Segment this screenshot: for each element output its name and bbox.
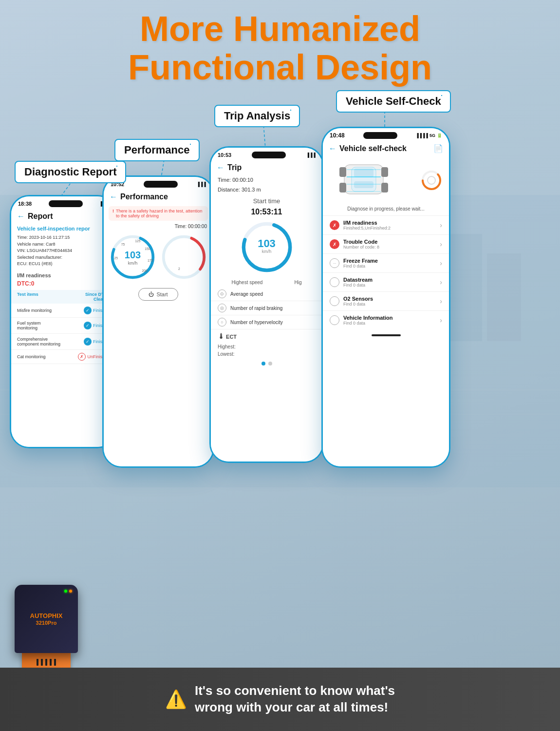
phone4-car-area <box>323 156 449 204</box>
vsc-item-trouble[interactable]: ✗ Trouble Code Number of code: 8 › <box>323 234 449 253</box>
title-line1: More Humanized <box>0 10 560 48</box>
vsc-status-gray-2 <box>330 277 339 287</box>
phone3-back-row: ← Trip <box>211 160 322 175</box>
phone3-notch-pill <box>252 152 286 158</box>
phone-trip: 10:53 ▐▐▐ ← Trip Time: 00:00:10 Distance… <box>209 146 324 463</box>
phone3-time: 10:53 <box>218 152 231 158</box>
phone-performance: 10:52 ▐▐▐ ← Performance ! There is a saf… <box>102 175 214 468</box>
phone3-lowest: Lowest: <box>211 350 322 358</box>
callout-performance: Performance <box>114 139 200 161</box>
vsc-item-o2[interactable]: O2 Sensors Find 0 data › <box>323 291 449 310</box>
phone1-report-title: Vehicle self-inspection repor <box>11 224 115 233</box>
chevron-right-icon: › <box>440 297 442 305</box>
trip-speed-gauge: 103 km/h <box>240 220 294 274</box>
vsc-item-datastream[interactable]: Datastream Find 0 data › <box>323 272 449 291</box>
phone3-time-info: Time: 00:00:10 <box>211 175 322 185</box>
vsc-item-im[interactable]: ✗ I/M readiness Finished:5,UnFinished:2 … <box>323 215 449 234</box>
dot-inactive <box>268 362 272 366</box>
phone3-speed-cols: Highest speed Hig <box>211 278 322 287</box>
phone3-page-dots <box>211 358 322 369</box>
svg-text:175: 175 <box>148 259 153 262</box>
phone1-notch: 18:38 ▐▐▐ <box>11 196 115 209</box>
chevron-right-icon: › <box>440 221 442 229</box>
chevron-right-icon: › <box>440 259 442 267</box>
svg-point-39 <box>428 176 435 184</box>
phone2-elapsed: Time: 00:00:00 <box>104 223 213 230</box>
phone4-title: Vehicle self-check <box>339 144 407 153</box>
phone3-highest: Highest: <box>211 343 322 350</box>
phone2-start-btn[interactable]: ⏻ Start <box>108 288 209 301</box>
phone1-time: 18:38 <box>18 201 32 207</box>
progress-circle <box>421 170 442 191</box>
phone-diagnostic: 18:38 ▐▐▐ ← Report Vehicle self-inspecti… <box>10 195 117 448</box>
svg-rect-32 <box>381 183 388 192</box>
phone3-notch: 10:53 ▐▐▐ <box>211 148 322 160</box>
phone4-notch-pill <box>363 132 397 139</box>
phone4-screen: 10:48 ▐▐▐▐ 5G 🔋 ← Vehicle self-check 📄 <box>323 128 449 466</box>
svg-rect-4 <box>487 253 521 341</box>
phone2-back-row: ← Performance <box>104 190 213 204</box>
svg-text:25: 25 <box>114 256 118 260</box>
svg-rect-27 <box>354 169 373 177</box>
svg-rect-28 <box>354 181 373 188</box>
chevron-right-icon: › <box>440 240 442 248</box>
phone1-dtc: DTC:0 <box>11 279 115 290</box>
callout-diagnostic: Diagnostic Report <box>15 161 126 183</box>
phone2-screen: 10:52 ▐▐▐ ← Performance ! There is a saf… <box>104 177 213 466</box>
device-brand: AUTOPHIX 3210Pro <box>30 612 63 626</box>
chevron-right-icon: › <box>440 316 442 324</box>
phone3-screen: 10:53 ▐▐▐ ← Trip Time: 00:00:10 Distance… <box>211 148 322 462</box>
table-row: Cat monitoring ✗ UnFinished <box>11 350 115 364</box>
table-row: Misfire monitoring ✓ Finished <box>11 304 115 318</box>
phone3-back-arrow[interactable]: ← <box>217 163 224 172</box>
bottom-banner: ⚠️ It's so convenient to know what's wro… <box>0 668 560 731</box>
table-row: Fuel system monitoring ✓ Finished <box>11 318 115 334</box>
gauge-rpm: 2 <box>161 234 207 280</box>
vsc-status-gray-1: ··· <box>330 258 339 268</box>
phone3-title: Trip <box>227 163 242 172</box>
phone4-notch: 10:48 ▐▐▐▐ 5G 🔋 <box>323 128 449 141</box>
title-line2: Functional Design <box>0 48 560 87</box>
phone4-diag-text: Diagnose in progress, please wait... <box>323 204 449 215</box>
phone3-distance: Distance: 301.3 m <box>211 185 322 194</box>
svg-text:2: 2 <box>178 267 180 270</box>
phone3-start-val: 10:53:11 <box>211 208 322 216</box>
car-svg <box>330 160 421 200</box>
chevron-right-icon: › <box>440 278 442 286</box>
phone2-gauges: 25 75 125 150 175 200 103 km/h 2 <box>104 230 213 284</box>
vsc-item-freeze[interactable]: ··· Freeze Frame Find 0 data › <box>323 253 449 272</box>
phone-vehicle-selfcheck: 10:48 ▐▐▐▐ 5G 🔋 ← Vehicle self-check 📄 <box>321 127 450 468</box>
phone4-doc-icon: 📄 <box>433 144 443 153</box>
phone2-back-arrow[interactable]: ← <box>110 192 117 201</box>
phone2-title: Performance <box>120 192 168 201</box>
vsc-status-red-2: ✗ <box>330 239 339 249</box>
phone3-ect-label: 🌡 ECT <box>211 329 322 343</box>
svg-rect-31 <box>339 183 346 192</box>
phone4-back-arrow[interactable]: ← <box>329 144 336 153</box>
phone4-back-row: ← Vehicle self-check 📄 <box>323 141 449 156</box>
svg-text:200: 200 <box>142 269 148 272</box>
vsc-status-gray-4 <box>330 315 339 325</box>
vsc-status-red-1: ✗ <box>330 220 339 230</box>
trip-stat-hyper: ○ Number of hypervelocity <box>211 315 322 329</box>
dot-active <box>261 362 265 366</box>
phone4-indicator <box>323 329 449 341</box>
phone1-back-row: ← Report <box>11 209 115 224</box>
phone1-back-title: Report <box>28 212 53 221</box>
vsc-item-vehicle-info[interactable]: Vehicle Information Find 0 data › <box>323 310 449 329</box>
svg-text:75: 75 <box>121 243 125 246</box>
table-row: Comprehensive component monitoring ✓ Fin… <box>11 334 115 350</box>
phone3-gauge-wrap: 103 km/h <box>211 216 322 278</box>
svg-text:125: 125 <box>135 239 140 243</box>
phone1-info: Time: 2023-10-16 11:27:15 Vehicle name: … <box>11 233 115 269</box>
phone2-notch-pill <box>144 181 178 188</box>
phone1-im-label: I/M readiness <box>11 269 115 279</box>
banner-text: It's so convenient to know what's wrong … <box>195 683 395 716</box>
vsc-status-gray-3 <box>330 296 339 306</box>
gauge-speed: 25 75 125 150 175 200 103 km/h <box>110 234 156 280</box>
trip-stat-braking: ◎ Number of rapid braking <box>211 301 322 315</box>
phone1-screen: 18:38 ▐▐▐ ← Report Vehicle self-inspecti… <box>11 196 115 447</box>
callout-vehicle: Vehicle Self-Check <box>336 90 451 113</box>
phone1-back-arrow[interactable]: ← <box>17 212 25 221</box>
phone3-start-label: Start time <box>211 194 322 208</box>
